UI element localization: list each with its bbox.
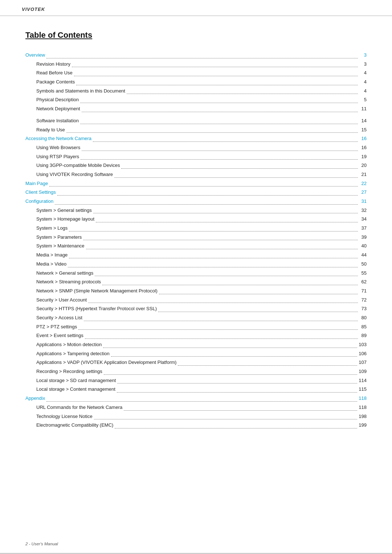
toc-page-number: 31 (359, 197, 367, 206)
toc-section-label[interactable]: Configuration (25, 197, 53, 206)
toc-item-label: Physical Description (36, 95, 79, 104)
toc-page-number: 3 (359, 60, 367, 69)
toc-page-number: 73 (359, 304, 367, 313)
toc-item-label: Package Contents (36, 78, 75, 87)
toc-dots (127, 94, 358, 94)
toc-item: Network > SNMP (Simple Network Managemen… (25, 287, 367, 296)
toc-section-label[interactable]: Client Settings (25, 188, 56, 197)
toc-section-label[interactable]: Overview (25, 51, 45, 60)
toc-page-number: 72 (359, 296, 367, 305)
toc-item-label: Network > SNMP (Simple Network Managemen… (36, 287, 158, 296)
toc-item-label: Applications > VADP (VIVOTEK Application… (36, 358, 176, 367)
toc-page-number: 62 (359, 278, 367, 287)
toc-page-number: 19 (359, 152, 367, 161)
toc-item: Network > General settings55 (25, 269, 367, 278)
toc-dots (76, 85, 358, 85)
toc-item: Physical Description5 (25, 95, 367, 104)
toc-page-number: 118 (359, 394, 367, 403)
toc-item-label: Network > General settings (36, 269, 93, 278)
toc-item: Accessing the Network Camera16 (25, 134, 367, 143)
toc-dots (57, 195, 358, 196)
toc-item-label: Using VIVOTEK Recording Software (36, 170, 113, 179)
page-wrapper: VIVOTEK Table of Contents Overview3Revis… (0, 0, 392, 554)
toc-item: Security > Access List80 (25, 313, 367, 323)
toc-item-label: System > Homepage layout (36, 215, 94, 224)
toc-item: Network Deployment11 (25, 104, 367, 114)
toc-item-label: System > General settings (36, 206, 92, 215)
toc-dots (102, 285, 358, 285)
toc-page-number: 4 (359, 87, 367, 96)
toc-dots (80, 124, 358, 124)
toc-item: Local storage > SD card management114 (25, 376, 367, 385)
toc-page-number: 55 (359, 269, 367, 278)
toc-page-number: 5 (359, 95, 367, 104)
toc-page-number: 103 (359, 340, 367, 349)
toc-page-number: 15 (359, 126, 367, 135)
toc-page-number: 118 (359, 403, 367, 412)
content-area: Table of Contents Overview3Revision Hist… (0, 16, 392, 452)
toc-item: Ready to Use15 (25, 126, 367, 135)
toc-page-number: 40 (359, 242, 367, 251)
toc-page-number: 34 (359, 215, 367, 224)
toc-page-number: 50 (359, 260, 367, 269)
toc-page-number: 115 (359, 385, 367, 394)
toc-dots (158, 312, 358, 312)
toc-item: Network > Streaming protocols62 (25, 278, 367, 287)
toc-section-label[interactable]: Main Page (25, 179, 48, 188)
toc-page-number: 20 (359, 161, 367, 170)
toc-item-label: PTZ > PTZ settings (36, 323, 77, 332)
toc-dots (86, 249, 358, 249)
toc-dots (93, 141, 358, 142)
toc-page-number: 44 (359, 251, 367, 260)
toc-dots (49, 186, 358, 186)
toc-dots (78, 329, 358, 330)
toc-dots (159, 294, 358, 294)
toc-item: URL Commands for the Network Camera118 (25, 403, 367, 412)
toc-item-label: Local storage > SD card management (36, 376, 116, 385)
toc-item-label: Software Installation (36, 116, 79, 126)
header: VIVOTEK (0, 0, 392, 16)
toc-dots (96, 222, 358, 222)
toc-item-label: Using 3GPP-compatible Mobile Devices (36, 161, 120, 170)
toc-page-number: 11 (359, 104, 367, 114)
toc-page-number: 107 (359, 358, 367, 367)
toc-item-label: Read Before Use (36, 69, 73, 78)
toc-page-number: 16 (359, 134, 367, 143)
toc-page-number: 114 (359, 376, 367, 385)
toc-item: System > Parameters39 (25, 233, 367, 242)
toc-dots (84, 321, 358, 321)
toc-dots (69, 258, 358, 258)
toc-item-label: Security > HTTPS (Hypertext Transfer Pro… (36, 304, 157, 313)
toc-item: System > Logs37 (25, 224, 367, 233)
toc-item-label: Security > Access List (36, 313, 82, 323)
toc-page-number: 27 (359, 188, 367, 197)
toc-dots (103, 348, 357, 348)
toc-section-label[interactable]: Appendix (25, 394, 45, 403)
toc-page-number: 106 (359, 349, 367, 358)
toc-page-number: 4 (359, 69, 367, 78)
toc-dots (68, 267, 358, 267)
toc-item: System > Maintenance40 (25, 242, 367, 251)
toc-page-number: 14 (359, 116, 367, 126)
toc-title: Table of Contents (25, 30, 367, 41)
toc-item-label: Technology License Notice (36, 412, 93, 421)
toc-dots (55, 204, 358, 205)
toc-dots (46, 401, 357, 402)
toc-section-label[interactable]: Accessing the Network Camera (25, 134, 91, 143)
toc-page-number: 16 (359, 143, 367, 152)
toc-item: Media > Image44 (25, 251, 367, 260)
toc-page-number: 22 (359, 179, 367, 188)
toc-dots (69, 231, 358, 231)
toc-page-number: 89 (359, 331, 367, 340)
toc-dots (117, 383, 357, 383)
toc-item-label: Media > Image (36, 251, 68, 260)
toc-dots (117, 392, 357, 393)
toc-dots (72, 67, 358, 67)
toc-item-label: Symbols and Statements in this Document (36, 87, 125, 96)
toc-item-label: Using RTSP Players (36, 152, 79, 161)
toc-item-label: Security > User Account (36, 296, 87, 305)
toc-item-label: Network Deployment (36, 104, 80, 114)
toc-item: Applications > VADP (VIVOTEK Application… (25, 358, 367, 367)
toc-item-label: System > Parameters (36, 233, 82, 242)
toc-item: Recording > Recording settings109 (25, 367, 367, 376)
